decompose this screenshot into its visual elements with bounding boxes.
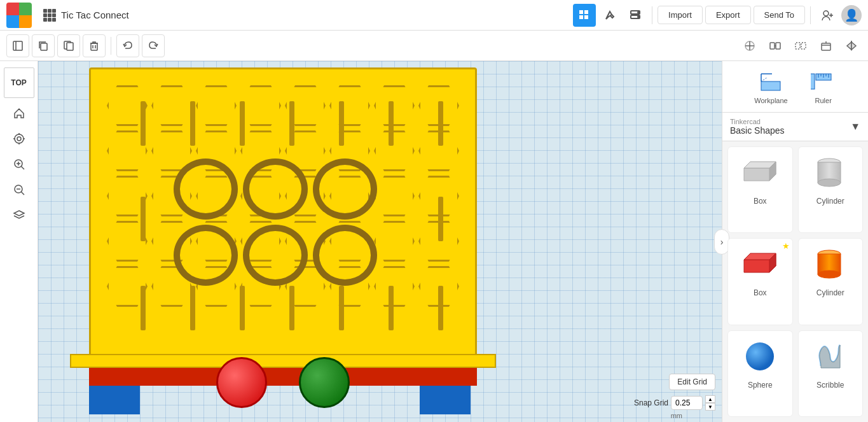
hex-cell: [196, 85, 237, 126]
grid-cell: [48, 13, 52, 17]
toolbar: [0, 31, 868, 61]
green-game-piece[interactable]: [299, 357, 350, 408]
svg-rect-25: [796, 43, 800, 49]
svg-rect-23: [776, 43, 780, 49]
star-badge: ★: [782, 241, 790, 251]
sphere-blue-icon: [740, 336, 780, 377]
group-icon[interactable]: [765, 36, 785, 56]
view-label[interactable]: TOP: [4, 67, 34, 98]
hex-cell: [240, 85, 281, 126]
logo-tl: [6, 3, 19, 15]
redo-button[interactable]: [142, 34, 165, 57]
edit-grid-button[interactable]: Edit Grid: [669, 374, 715, 390]
svg-rect-3: [584, 15, 588, 19]
new-button[interactable]: [6, 34, 29, 57]
slot-divider: [339, 101, 344, 146]
toolbar-right: [740, 36, 862, 56]
layers-button[interactable]: [9, 205, 29, 225]
slot-divider: [141, 101, 146, 146]
grid-cell: [43, 18, 47, 22]
workplane-icon: [758, 69, 783, 94]
import-button[interactable]: Import: [658, 6, 703, 24]
svg-point-69: [818, 271, 841, 278]
grid-cell: [52, 13, 56, 17]
grid-menu-icon[interactable]: [43, 9, 56, 22]
mirror-icon[interactable]: [841, 36, 862, 56]
workplane-tool[interactable]: Workplane: [748, 66, 794, 107]
red-game-piece[interactable]: [216, 357, 267, 408]
slot-divider: [141, 197, 146, 241]
svg-marker-46: [14, 211, 24, 216]
shape-item-sphere-blue[interactable]: Sphere: [727, 330, 793, 417]
right-tools-panel: Workplane Ruler: [722, 61, 868, 113]
3d-object-container: [70, 67, 490, 414]
shape-item-scribble[interactable]: Scribble: [798, 330, 864, 417]
shapes-category-dropdown[interactable]: Tinkercad Basic Shapes ▼: [722, 113, 868, 141]
ruler-tool[interactable]: Ruler: [804, 66, 843, 107]
yellow-board[interactable]: [89, 67, 477, 370]
grid-view-button[interactable]: [573, 4, 596, 27]
send-to-button[interactable]: Send To: [754, 6, 805, 24]
shape-item-box-gray[interactable]: Box: [727, 146, 793, 233]
storage-button[interactable]: [624, 4, 647, 27]
snap-down-button[interactable]: ▼: [705, 403, 715, 411]
ruler-icon: [811, 69, 836, 94]
snap-up-button[interactable]: ▲: [705, 395, 715, 403]
snap-grid-input[interactable]: [671, 396, 703, 410]
svg-point-7: [638, 16, 639, 17]
shape-item-cylinder-gray[interactable]: Cylinder: [798, 146, 864, 233]
svg-rect-2: [579, 15, 583, 19]
export-button[interactable]: Export: [705, 6, 751, 24]
home-button[interactable]: [9, 103, 29, 123]
grid-cell: [48, 9, 52, 13]
circle-cell: [243, 225, 307, 286]
scribble-label: Scribble: [816, 381, 844, 390]
circle-cell: [174, 225, 238, 286]
duplicate-button[interactable]: [57, 34, 80, 57]
sphere-blue-label: Sphere: [748, 381, 773, 390]
zoom-in-button[interactable]: [9, 154, 29, 174]
canvas-area[interactable]: Edit Grid Snap Grid ▲ ▼ mm: [38, 61, 722, 422]
hex-cell: [151, 85, 192, 126]
align-icon[interactable]: [740, 36, 760, 56]
toolbar-separator: [111, 37, 111, 55]
grid-cell: [43, 13, 47, 17]
slot-divider: [289, 101, 294, 146]
add-user-button[interactable]: [816, 4, 839, 27]
shape-item-box-red[interactable]: ★ Box: [727, 238, 793, 325]
copy-button[interactable]: [32, 34, 55, 57]
shapes-grid: Box: [722, 141, 868, 422]
svg-point-34: [17, 137, 21, 141]
target-button[interactable]: [9, 129, 29, 149]
center-circles: [174, 158, 377, 286]
avatar[interactable]: 👤: [841, 5, 862, 25]
header: Tic Tac Connect Import: [0, 0, 868, 31]
svg-rect-15: [67, 43, 73, 50]
logo-tr: [19, 3, 32, 15]
cylinder-orange-label: Cylinder: [816, 288, 844, 297]
shape-item-cylinder-orange[interactable]: Cylinder: [798, 238, 864, 325]
snap-grid-label: Snap Grid: [634, 398, 668, 407]
position-icon[interactable]: [816, 36, 836, 56]
delete-button[interactable]: [83, 34, 106, 57]
slot-divider: [190, 101, 195, 146]
chevron-down-icon: ▼: [850, 121, 860, 132]
left-sidebar: TOP: [0, 61, 38, 422]
svg-rect-27: [822, 43, 830, 50]
svg-rect-22: [770, 43, 775, 49]
zoom-out-button[interactable]: [9, 179, 29, 200]
ungroup-icon[interactable]: [790, 36, 811, 56]
svg-point-63: [818, 179, 841, 186]
snap-unit-label: mm: [671, 412, 682, 419]
circle-cell: [313, 225, 377, 286]
box-gray-icon: [740, 152, 780, 193]
svg-rect-26: [801, 43, 806, 49]
svg-rect-0: [579, 10, 583, 14]
svg-line-44: [21, 192, 24, 195]
logo-box: [6, 3, 32, 28]
slot-divider: [438, 101, 443, 146]
grid-cell: [52, 9, 56, 13]
slot-divider: [190, 286, 195, 330]
build-button[interactable]: [598, 4, 621, 27]
undo-button[interactable]: [116, 34, 139, 57]
